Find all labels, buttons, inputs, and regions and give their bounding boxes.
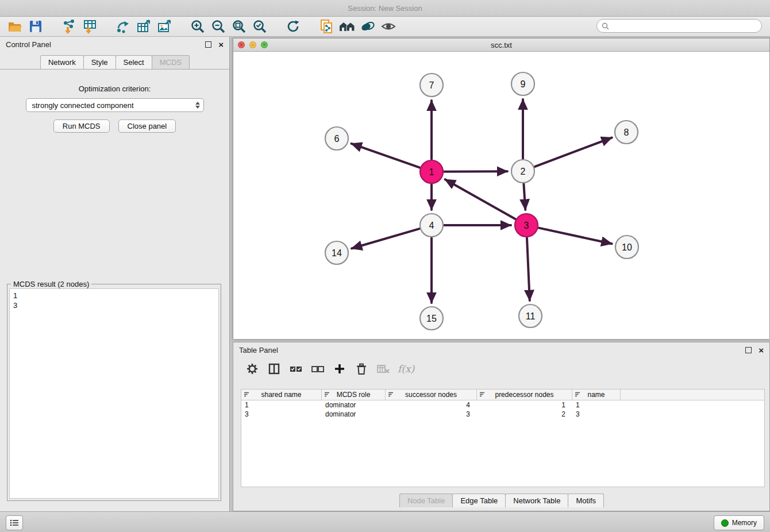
graph-edge-1-6[interactable] xyxy=(351,144,419,168)
graph-node-7[interactable]: 7 xyxy=(420,74,443,97)
network-window-titlebar: × − + scc.txt xyxy=(233,38,769,52)
graph-node-2[interactable]: 2 xyxy=(511,160,534,183)
export-image-icon xyxy=(157,19,172,34)
close-table-panel-icon[interactable]: × xyxy=(759,346,764,354)
zoom-selected-button[interactable] xyxy=(249,18,270,35)
deselect-all-icon xyxy=(311,363,325,375)
memory-button[interactable]: Memory xyxy=(714,515,764,530)
search-input[interactable] xyxy=(612,21,757,30)
column-header-predecessor-nodes[interactable]: predecessor nodes xyxy=(477,390,572,400)
tab-style[interactable]: Style xyxy=(83,55,116,69)
import-network-button[interactable] xyxy=(59,18,79,35)
tab-node-table[interactable]: Node Table xyxy=(399,494,453,507)
export-table-icon xyxy=(136,19,151,34)
save-session-button[interactable] xyxy=(25,18,46,35)
graph-node-9[interactable]: 9 xyxy=(511,72,534,95)
graph-edge-3-11[interactable] xyxy=(527,238,530,300)
import-table-icon xyxy=(82,19,97,34)
svg-text:8: 8 xyxy=(624,128,629,137)
delete-row-button[interactable] xyxy=(352,361,371,377)
table-cell: 1 xyxy=(572,400,621,410)
memory-label: Memory xyxy=(732,519,757,527)
export-table-button[interactable] xyxy=(133,18,154,35)
zoom-fit-button[interactable] xyxy=(229,18,249,35)
export-image-button[interactable] xyxy=(154,18,175,35)
export-network-button[interactable] xyxy=(113,18,133,35)
svg-text:9: 9 xyxy=(521,79,526,89)
mcds-result-list[interactable]: 13 xyxy=(9,288,219,499)
show-columns-button[interactable] xyxy=(264,361,284,377)
graph-node-10[interactable]: 10 xyxy=(615,236,638,259)
column-header-shared-name[interactable]: shared name xyxy=(241,390,322,400)
select-all-button[interactable] xyxy=(286,361,306,377)
float-table-panel-icon[interactable] xyxy=(745,347,752,353)
main-toolbar xyxy=(0,17,770,37)
copy-network-icon xyxy=(319,19,334,34)
tab-network-table[interactable]: Network Table xyxy=(505,494,568,507)
run-mcds-button[interactable]: Run MCDS xyxy=(53,119,110,133)
refresh-button[interactable] xyxy=(283,18,303,35)
svg-text:14: 14 xyxy=(332,248,342,258)
save-icon xyxy=(28,19,43,34)
graph-node-3[interactable]: 3 xyxy=(515,214,538,237)
select-all-icon xyxy=(289,363,303,375)
mcds-result-title: MCDS result (2 nodes) xyxy=(11,280,91,288)
network-graph[interactable]: 7968124314101511 xyxy=(233,52,769,339)
zoom-out-button[interactable] xyxy=(208,18,229,35)
search-icon xyxy=(602,22,609,30)
table-panel-tabs: Node TableEdge TableNetwork TableMotifs xyxy=(233,494,769,507)
column-header-successor-nodes[interactable]: successor nodes xyxy=(386,390,477,400)
zoom-in-button[interactable] xyxy=(187,18,208,35)
float-panel-icon[interactable] xyxy=(205,41,211,48)
table-cell: 2 xyxy=(477,410,572,419)
tab-edge-table[interactable]: Edge Table xyxy=(452,494,506,507)
task-list-icon xyxy=(10,519,19,527)
graph-node-6[interactable]: 6 xyxy=(325,127,348,150)
node-table: shared nameMCDS rolesuccessor nodesprede… xyxy=(241,389,765,487)
close-window-icon[interactable]: × xyxy=(238,41,245,48)
table-row[interactable]: 1dominator411 xyxy=(241,400,764,410)
graph-node-4[interactable]: 4 xyxy=(420,214,443,237)
task-history-button[interactable] xyxy=(6,515,23,530)
graph-edge-3-1[interactable] xyxy=(445,179,515,219)
graph-node-15[interactable]: 15 xyxy=(420,307,443,330)
open-session-button[interactable] xyxy=(5,18,25,35)
copy-network-button[interactable] xyxy=(316,18,337,35)
deselect-all-button[interactable] xyxy=(308,361,328,377)
open-folder-icon xyxy=(7,19,22,34)
graph-node-1[interactable]: 1 xyxy=(420,160,443,183)
first-neighbors-button[interactable] xyxy=(337,18,357,35)
tab-motifs[interactable]: Motifs xyxy=(568,494,604,507)
show-hide-button[interactable] xyxy=(378,18,399,35)
delete-column-button[interactable] xyxy=(374,361,393,377)
tab-network[interactable]: Network xyxy=(40,55,84,69)
add-row-button[interactable] xyxy=(330,361,349,377)
table-cell: 1 xyxy=(477,400,572,410)
tab-select[interactable]: Select xyxy=(116,55,152,69)
criterion-dropdown[interactable]: strongly connected component xyxy=(26,98,204,112)
import-table-button[interactable] xyxy=(79,18,100,35)
minimize-window-icon[interactable]: − xyxy=(249,41,256,48)
table-row[interactable]: 3dominator323 xyxy=(241,410,764,419)
graph-edge-2-8[interactable] xyxy=(535,138,612,167)
graph-edge-4-14[interactable] xyxy=(352,229,419,248)
graph-node-11[interactable]: 11 xyxy=(519,304,542,327)
criterion-dropdown-value: strongly connected component xyxy=(32,101,195,110)
close-panel-button[interactable]: Close panel xyxy=(118,119,176,133)
close-panel-icon[interactable]: × xyxy=(218,40,224,49)
graph-edge-3-10[interactable] xyxy=(538,228,611,244)
graph-node-14[interactable]: 14 xyxy=(325,241,348,264)
zoom-window-icon[interactable]: + xyxy=(261,41,268,48)
table-settings-button[interactable] xyxy=(242,361,262,377)
style-preview-button[interactable] xyxy=(357,18,378,35)
network-canvas[interactable]: 7968124314101511 xyxy=(233,52,769,339)
graph-edge-2-3[interactable] xyxy=(523,184,525,210)
tab-mcds[interactable]: MCDS xyxy=(152,55,190,69)
graph-edge-1-2[interactable] xyxy=(444,171,507,172)
graph-node-8[interactable]: 8 xyxy=(615,121,638,144)
function-builder-button[interactable]: f(x) xyxy=(398,363,414,375)
column-header-MCDS-role[interactable]: MCDS role xyxy=(322,390,386,400)
svg-text:3: 3 xyxy=(524,221,529,230)
column-header-name[interactable]: name xyxy=(572,390,621,400)
search-field[interactable] xyxy=(596,19,762,33)
